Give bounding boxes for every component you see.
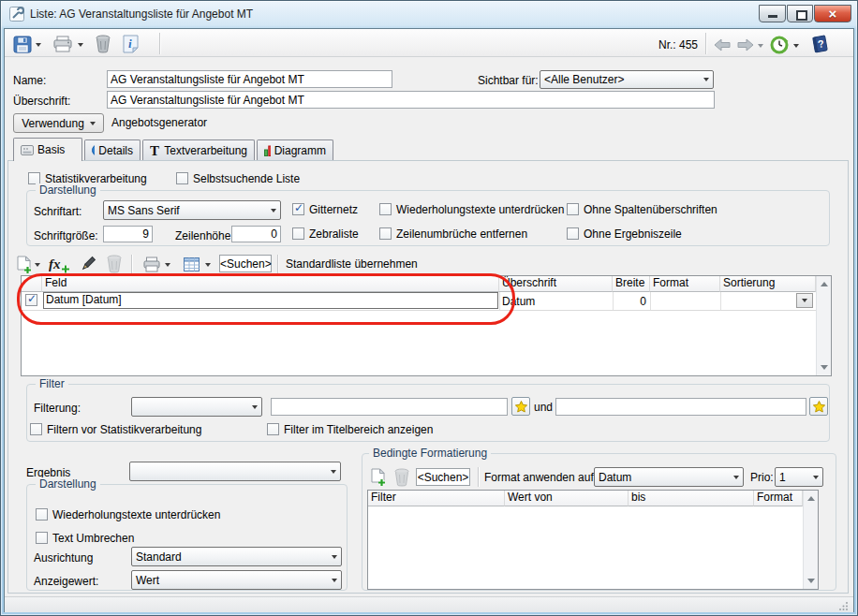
- anzeigewert-combobox[interactable]: Wert: [131, 570, 342, 590]
- tab-diagramm[interactable]: Diagramm: [257, 139, 333, 160]
- text-umbrechen-checkbox[interactable]: [36, 532, 48, 544]
- save-icon[interactable]: [13, 36, 32, 53]
- close-button[interactable]: [814, 5, 851, 22]
- add-format-icon[interactable]: [371, 468, 386, 486]
- delete-field-icon[interactable]: [106, 255, 123, 273]
- minimize-button[interactable]: [759, 5, 786, 22]
- help-icon[interactable]: ?: [810, 34, 830, 54]
- column-header-filter[interactable]: Filter: [368, 491, 505, 506]
- print-list-icon[interactable]: [142, 257, 161, 273]
- history-icon[interactable]: [769, 35, 790, 55]
- print-icon[interactable]: [52, 36, 73, 53]
- favorite-star-icon[interactable]: [809, 397, 828, 416]
- format-anwenden-combobox[interactable]: Datum: [594, 467, 744, 487]
- chevron-down-icon: [247, 398, 261, 416]
- toolbar-separator: [478, 467, 479, 487]
- window-title: Liste: AG Veranstaltungsliste für Angebo…: [30, 7, 253, 22]
- forward-dropdown-caret[interactable]: [758, 44, 763, 48]
- delete-icon[interactable]: [95, 35, 111, 53]
- column-header-breite[interactable]: Breite: [613, 276, 650, 292]
- restore-button[interactable]: [787, 5, 813, 22]
- filterung-combobox[interactable]: [131, 397, 262, 417]
- scroll-up-icon[interactable]: [804, 491, 818, 506]
- table-view-icon[interactable]: [184, 257, 200, 271]
- column-header-feld[interactable]: Feld: [42, 276, 499, 292]
- chevron-down-icon: [327, 548, 341, 565]
- bedingte-table-scrollbar[interactable]: [803, 491, 818, 589]
- ohne-spaltenueberschriften-label: Ohne Spaltenüberschriften: [584, 203, 717, 217]
- info-icon[interactable]: i: [123, 35, 139, 53]
- filtern-vor-statistik-checkbox[interactable]: [30, 423, 42, 435]
- text-icon: T: [150, 144, 160, 156]
- wiederholungstexte2-checkbox[interactable]: [36, 508, 48, 521]
- zeilenhoehe-input[interactable]: [231, 226, 281, 242]
- column-header-select[interactable]: [22, 276, 42, 292]
- scroll-up-icon[interactable]: [817, 277, 831, 291]
- column-header-format[interactable]: Format: [650, 276, 720, 292]
- forward-icon[interactable]: [737, 38, 754, 51]
- ergebnis-combobox[interactable]: [129, 462, 341, 481]
- tab-textverarbeitung[interactable]: T Textverarbeitung: [142, 139, 255, 160]
- und-label: und: [534, 401, 553, 415]
- column-header-format2[interactable]: Format: [754, 491, 803, 506]
- resize-grip[interactable]: [839, 600, 849, 613]
- sichtbar-combobox[interactable]: <Alle Benutzer>: [540, 70, 714, 89]
- edit-icon[interactable]: [80, 256, 96, 272]
- column-header-bis[interactable]: bis: [629, 491, 754, 506]
- scroll-down-icon[interactable]: [817, 360, 831, 374]
- delete-format-icon[interactable]: [393, 468, 410, 487]
- column-header-wert-von[interactable]: Wert von: [505, 491, 629, 506]
- filter-titelbereich-checkbox[interactable]: [267, 423, 279, 435]
- table-view-dropdown-caret[interactable]: [205, 263, 211, 267]
- suchen-button[interactable]: <Suchen>: [219, 255, 272, 272]
- prio-combobox[interactable]: 1: [775, 467, 823, 487]
- tab-basis[interactable]: Basis: [13, 138, 82, 161]
- back-icon[interactable]: [714, 38, 731, 51]
- gitternetz-checkbox[interactable]: [292, 203, 304, 215]
- standardliste-button[interactable]: Standardliste übernehmen: [286, 257, 418, 271]
- ohne-spaltenueberschriften-checkbox[interactable]: [567, 203, 579, 215]
- add-field-dropdown-caret[interactable]: [35, 263, 40, 267]
- ueberschrift-label: Überschrift:: [13, 95, 70, 109]
- anzeigewert-value: Wert: [132, 574, 327, 587]
- verwendung-button[interactable]: Verwendung: [13, 113, 104, 133]
- selbstsuchende-liste-checkbox[interactable]: [176, 172, 188, 184]
- row-checkbox[interactable]: [25, 294, 37, 306]
- print-dropdown-caret[interactable]: [78, 43, 83, 47]
- print-list-dropdown-caret[interactable]: [165, 263, 170, 267]
- feld-cell[interactable]: Datum [Datum]: [43, 292, 498, 309]
- column-header-sortierung[interactable]: Sortierung: [720, 276, 816, 292]
- ueberschrift-cell[interactable]: Datum: [502, 295, 535, 308]
- tab-details[interactable]: i Details: [84, 139, 141, 160]
- zebraliste-checkbox[interactable]: [292, 227, 304, 240]
- add-field-icon[interactable]: [17, 256, 32, 273]
- history-dropdown-caret[interactable]: [793, 44, 799, 48]
- wiederholungstexte-checkbox[interactable]: [379, 203, 392, 215]
- filter-wert1-input[interactable]: [271, 398, 508, 416]
- function-add-icon[interactable]: fx: [49, 256, 71, 273]
- zeilenumbrueche-checkbox[interactable]: [379, 227, 392, 240]
- sortierung-dropdown[interactable]: [796, 293, 813, 308]
- favorite-star-icon[interactable]: [511, 397, 530, 416]
- schriftart-combobox[interactable]: MS Sans Serif: [103, 200, 281, 220]
- ohne-ergebniszeile-checkbox[interactable]: [567, 227, 579, 240]
- zebraliste-label: Zebraliste: [309, 227, 359, 242]
- ausrichtung-combobox[interactable]: Standard: [131, 547, 342, 566]
- filtern-vor-statistik-label: Filtern vor Statistikverarbeitung: [47, 423, 201, 437]
- window-tools-icon: [9, 7, 24, 22]
- schriftgroesse-input[interactable]: [103, 226, 153, 242]
- name-input[interactable]: [107, 70, 392, 88]
- zeilenhoehe-label: Zeilenhöhe: [175, 229, 230, 243]
- fields-table-scrollbar[interactable]: [816, 276, 831, 375]
- toolbar-separator: [131, 255, 132, 273]
- dialog-window: Liste: AG Veranstaltungsliste für Angebo…: [0, 0, 858, 616]
- filter-wert2-input[interactable]: [555, 398, 806, 416]
- suchen-format-button[interactable]: <Suchen>: [416, 468, 470, 486]
- ueberschrift-input[interactable]: [107, 91, 715, 109]
- status-bar: [5, 596, 853, 612]
- scroll-down-icon[interactable]: [804, 574, 818, 588]
- column-header-ueberschrift[interactable]: Überschrift: [499, 276, 613, 292]
- chevron-down-icon: [327, 571, 341, 589]
- save-dropdown-caret[interactable]: [36, 43, 41, 47]
- breite-cell[interactable]: 0: [614, 295, 646, 308]
